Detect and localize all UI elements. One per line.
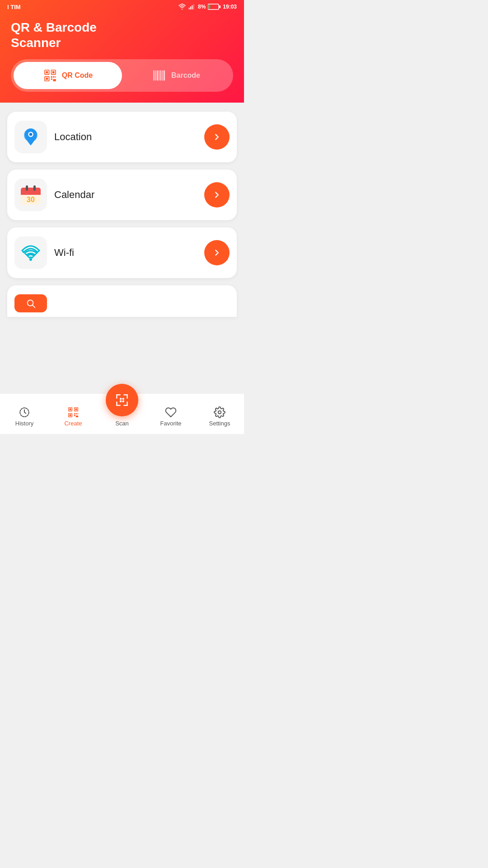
svg-rect-13 [52, 71, 55, 74]
qr-code-label: QR Code [62, 71, 93, 80]
qr-code-icon [43, 68, 57, 83]
svg-rect-55 [76, 415, 78, 417]
calendar-arrow-btn[interactable] [204, 182, 230, 208]
main-content: Location 30 Calendar [0, 103, 244, 338]
svg-line-40 [33, 305, 35, 307]
svg-rect-28 [164, 71, 165, 80]
svg-point-68 [218, 411, 221, 414]
svg-text:30: 30 [27, 196, 35, 203]
svg-rect-25 [159, 71, 160, 80]
nav-history[interactable]: History [0, 406, 49, 427]
status-bar: I TIM 8% 19:03 [0, 0, 244, 14]
create-nav-label: Create [64, 420, 82, 427]
calendar-icon: 30 [19, 183, 42, 207]
svg-rect-35 [26, 185, 28, 191]
location-icon-wrap [14, 121, 47, 153]
app-title: QR & BarcodeScanner [11, 20, 233, 50]
favorite-icon [165, 406, 177, 418]
partial-icon-wrap [14, 294, 47, 312]
svg-rect-17 [51, 76, 52, 78]
scan-type-toggle: QR Code Barcode [11, 59, 233, 92]
wifi-status-icon [178, 3, 186, 11]
svg-point-31 [29, 133, 33, 136]
svg-rect-36 [33, 185, 36, 191]
svg-rect-18 [53, 76, 54, 78]
chevron-right-icon [212, 190, 222, 200]
nav-scan[interactable]: Scan [98, 384, 146, 427]
svg-rect-7 [209, 5, 211, 9]
qr-code-toggle-btn[interactable]: QR Code [14, 62, 122, 89]
history-nav-label: History [15, 420, 33, 427]
calendar-icon-wrap: 30 [14, 179, 47, 211]
svg-rect-22 [153, 71, 154, 80]
location-arrow-btn[interactable] [204, 124, 230, 150]
calendar-label: Calendar [54, 189, 197, 201]
svg-rect-52 [76, 413, 77, 415]
nav-create[interactable]: Create [49, 406, 98, 427]
svg-rect-24 [157, 71, 158, 80]
svg-rect-10 [46, 71, 48, 74]
history-icon [19, 406, 30, 418]
svg-rect-61 [116, 401, 117, 406]
wifi-card-icon [19, 241, 42, 264]
signal-status-icon [188, 3, 196, 10]
svg-rect-4 [193, 4, 194, 9]
svg-rect-44 [70, 409, 71, 410]
svg-rect-66 [120, 401, 122, 402]
partial-card[interactable] [7, 285, 237, 317]
battery-icon [208, 4, 221, 10]
barcode-toggle-btn[interactable]: Barcode [122, 62, 230, 89]
location-label: Location [54, 131, 197, 143]
svg-rect-1 [189, 8, 190, 9]
scan-qr-icon [115, 393, 129, 407]
calendar-card[interactable]: 30 Calendar [7, 170, 237, 220]
nav-favorite[interactable]: Favorite [146, 406, 195, 427]
svg-rect-57 [116, 394, 117, 399]
svg-rect-20 [51, 79, 52, 80]
favorite-nav-label: Favorite [160, 420, 182, 427]
location-pin-icon [21, 127, 41, 147]
search-icon [26, 298, 36, 308]
chevron-right-icon [212, 132, 222, 142]
create-icon [67, 406, 79, 418]
svg-rect-2 [190, 6, 191, 9]
status-right: 8% 19:03 [178, 3, 237, 11]
wifi-icon-wrap [14, 236, 47, 269]
svg-rect-50 [70, 415, 71, 416]
battery-label: 8% [198, 4, 206, 10]
barcode-icon [152, 68, 167, 83]
svg-rect-54 [74, 415, 75, 416]
svg-rect-27 [162, 71, 163, 80]
svg-rect-64 [120, 398, 122, 400]
svg-rect-26 [160, 71, 161, 80]
location-card[interactable]: Location [7, 112, 237, 162]
svg-rect-67 [122, 401, 124, 402]
svg-rect-6 [219, 5, 221, 8]
wifi-label: Wi-fi [54, 247, 197, 259]
svg-rect-53 [78, 413, 78, 415]
barcode-label: Barcode [171, 71, 200, 80]
svg-rect-3 [192, 5, 192, 9]
svg-rect-65 [122, 398, 124, 400]
svg-point-38 [29, 258, 32, 261]
nav-settings[interactable]: Settings [195, 406, 244, 427]
svg-rect-34 [21, 191, 41, 195]
svg-rect-19 [55, 76, 56, 78]
svg-rect-59 [127, 394, 127, 399]
header: QR & BarcodeScanner QR Code [0, 0, 244, 103]
svg-rect-21 [53, 79, 56, 81]
chevron-right-icon [212, 248, 222, 258]
scan-nav-label: Scan [115, 420, 129, 427]
svg-rect-47 [75, 409, 77, 410]
carrier-label: I TIM [7, 4, 21, 10]
svg-rect-16 [46, 78, 48, 80]
settings-icon [214, 406, 225, 418]
wifi-card[interactable]: Wi-fi [7, 227, 237, 278]
settings-nav-label: Settings [209, 420, 230, 427]
scan-fab-button[interactable] [106, 384, 138, 416]
wifi-arrow-btn[interactable] [204, 240, 230, 265]
svg-rect-63 [127, 401, 127, 406]
svg-rect-23 [155, 71, 156, 80]
bottom-nav: History Create [0, 393, 244, 434]
time-label: 19:03 [223, 4, 237, 10]
